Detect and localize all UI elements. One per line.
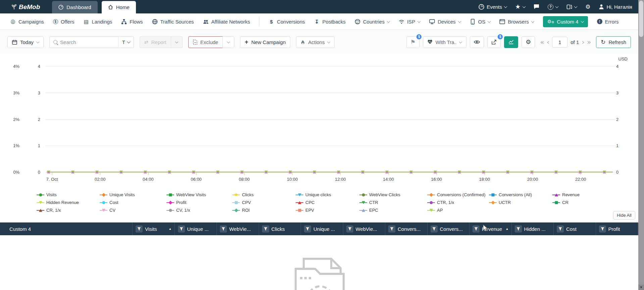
table-column-header[interactable]: Revenue ▲	[469, 222, 512, 235]
scrollbar-down-arrow[interactable]: ▼	[638, 285, 644, 290]
nav-item-errors[interactable]: ! Errors	[597, 19, 619, 25]
table-column-header[interactable]: WebVie...	[343, 222, 386, 235]
date-range-button[interactable]: Today	[7, 36, 44, 48]
table-column-header[interactable]: WebVie...	[217, 222, 259, 235]
filter-icon[interactable]	[515, 225, 522, 233]
filter-icon[interactable]	[304, 225, 311, 233]
report-button[interactable]: ⇄ Report	[140, 36, 171, 48]
legend-item[interactable]: CPC	[295, 200, 359, 205]
traffic-filter-dropdown[interactable]: With Tra...	[423, 36, 466, 48]
nav-item-isp[interactable]: ISP	[399, 19, 420, 25]
legend-item[interactable]: EPV	[295, 207, 359, 213]
legend-item[interactable]: CTR, 1/x	[427, 200, 489, 205]
nav-item-devices[interactable]: Devices	[429, 19, 460, 25]
bemob-logo[interactable]: BeMob	[11, 3, 40, 11]
filter-icon[interactable]	[431, 225, 438, 233]
account-menu[interactable]: Hi, Наталія	[599, 4, 632, 10]
legend-item[interactable]: Profit	[166, 200, 232, 205]
events-menu[interactable]: Events	[479, 4, 507, 10]
filter-icon[interactable]	[178, 225, 185, 233]
nav-item-landings[interactable]: ▤ Landings	[83, 19, 112, 25]
nav-label: ISP	[407, 19, 415, 25]
nav-item-postbacks[interactable]: ↧ Postbacks	[314, 19, 346, 25]
nav-item-offers[interactable]: $ Offers	[53, 19, 75, 25]
chart-toggle-button[interactable]	[504, 36, 518, 48]
legend-item[interactable]: CPV	[232, 200, 295, 205]
table-column-header[interactable]: Visits ▲	[133, 222, 175, 235]
hide-all-button[interactable]: Hide All	[613, 211, 635, 219]
search-type-dropdown[interactable]: T	[118, 37, 134, 48]
legend-marker-icon	[489, 200, 497, 205]
filter-icon[interactable]	[473, 225, 480, 233]
first-page-icon[interactable]: «	[540, 38, 544, 46]
page-number-input[interactable]	[552, 37, 567, 48]
nav-item-conversions[interactable]: $ Conversions	[268, 19, 305, 25]
nav-item-affiliate-networks[interactable]: Affiliate Networks	[203, 19, 250, 25]
nav-item-countries[interactable]: Countries	[355, 19, 390, 25]
exclude-dropdown-button[interactable]	[222, 36, 234, 48]
help-menu[interactable]: ?	[548, 4, 558, 10]
visibility-button[interactable]	[470, 36, 484, 48]
table-column-header[interactable]: Hidden ...	[512, 222, 554, 235]
table-column-header[interactable]: Convers...	[385, 222, 428, 235]
nav-item-flows[interactable]: Flows	[121, 19, 143, 25]
filter-icon[interactable]	[262, 225, 269, 233]
page-scrollbar[interactable]: ▼	[638, 0, 644, 290]
table-column-header[interactable]: Profit	[596, 222, 638, 235]
legend-item[interactable]: WebView Visits	[166, 192, 232, 198]
column-settings-button[interactable]: ⚙	[522, 36, 535, 48]
filter-icon[interactable]	[557, 225, 564, 233]
legend-item[interactable]: Conversions (Confirmed)	[427, 192, 489, 198]
filter-icon[interactable]	[388, 225, 395, 233]
legend-item[interactable]: Unique Visits	[99, 192, 166, 198]
refresh-button[interactable]: ↻ Refresh	[596, 36, 631, 48]
group-column-header[interactable]: Custom 4	[0, 222, 133, 235]
legend-item[interactable]: Clicks	[232, 192, 295, 198]
report-dropdown-button[interactable]	[171, 36, 183, 48]
favorites-menu[interactable]: ★	[515, 3, 525, 10]
last-page-icon[interactable]: »	[587, 38, 591, 46]
nav-item-traffic-sources[interactable]: Traffic Sources	[152, 19, 194, 25]
legend-item[interactable]: WebView Clicks	[359, 192, 427, 198]
prev-page-icon[interactable]: ‹	[547, 38, 549, 46]
table-column-header[interactable]: Clicks	[259, 222, 301, 235]
legend-item[interactable]: Hidden Revenue	[36, 200, 99, 205]
legend-item[interactable]: CR	[552, 200, 638, 205]
filter-icon[interactable]	[599, 225, 606, 233]
nav-item-browsers[interactable]: Browsers	[499, 19, 534, 25]
nav-item-os[interactable]: OS	[470, 19, 491, 25]
table-column-header[interactable]: Unique ...	[301, 222, 343, 235]
scrollbar-thumb[interactable]	[639, 1, 643, 37]
next-page-icon[interactable]: ›	[582, 38, 584, 46]
settings-button[interactable]: ⚙	[585, 4, 590, 10]
feedback-button[interactable]	[534, 4, 539, 9]
search-input[interactable]	[57, 39, 118, 45]
legend-item[interactable]: Revenue	[552, 192, 638, 198]
legend-item[interactable]: Cost	[99, 200, 166, 205]
table-column-header[interactable]: Convers...	[428, 222, 470, 235]
legend-item[interactable]: ROI	[232, 207, 295, 213]
legend-item[interactable]: CR, 1/x	[36, 207, 99, 213]
table-column-header[interactable]: Cost	[554, 222, 596, 235]
docs-menu[interactable]	[566, 4, 577, 10]
legend-item[interactable]: Conversions (All)	[489, 192, 552, 198]
table-column-header[interactable]: Unique ...	[175, 222, 217, 235]
filter-icon[interactable]	[136, 225, 143, 233]
filter-icon[interactable]	[346, 225, 353, 233]
legend-item[interactable]: Unique clicks	[295, 192, 359, 198]
exclude-button[interactable]: Exclude	[188, 36, 223, 48]
filter-icon[interactable]	[220, 225, 227, 233]
legend-item[interactable]: CV	[99, 207, 166, 213]
legend-item[interactable]: AP	[427, 207, 489, 213]
legend-item[interactable]: EPC	[359, 207, 427, 213]
nav-item-campaigns[interactable]: ◎ Campaigns	[10, 19, 44, 25]
nav-item-custom-4[interactable]: ⚙⚙ Custom 4	[543, 16, 588, 27]
new-campaign-button[interactable]: + New Campaign	[240, 36, 290, 48]
legend-item[interactable]: Visits	[36, 192, 99, 198]
tab-home[interactable]: Home	[102, 1, 136, 13]
legend-item[interactable]: UCTR	[489, 200, 552, 205]
legend-item[interactable]: CV, 1/x	[166, 207, 232, 213]
actions-button[interactable]: Actions	[296, 36, 335, 48]
legend-item[interactable]: CTR	[359, 200, 427, 205]
tab-dashboard[interactable]: Dashboard	[52, 1, 97, 13]
